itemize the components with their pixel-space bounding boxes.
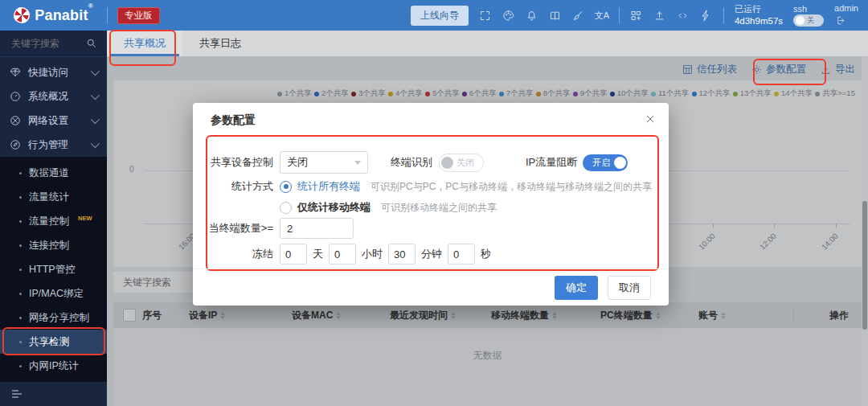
gem-icon xyxy=(10,67,21,78)
select-value: 关闭 xyxy=(287,155,308,170)
radio-label[interactable]: 统计所有终端 xyxy=(297,179,360,194)
brand-name: Panabit® xyxy=(35,7,93,24)
bullet-icon xyxy=(19,341,22,343)
onboarding-wizard-button[interactable]: 上线向导 xyxy=(411,6,469,26)
ok-button[interactable]: 确定 xyxy=(555,276,598,300)
sidebar-item-share-detection[interactable]: 共享检测 xyxy=(0,330,107,354)
freeze-days-input[interactable] xyxy=(280,244,307,265)
threshold-input[interactable] xyxy=(280,218,354,239)
collapse-menu-icon xyxy=(10,388,23,400)
ssh-toggle[interactable]: 关 xyxy=(793,14,824,27)
field-label: 冻结 xyxy=(203,247,273,261)
header-divider xyxy=(107,7,108,23)
radio-hint: 可识别移动终端之间的共享 xyxy=(381,201,497,215)
notification-bell-icon[interactable] xyxy=(526,9,538,22)
header-divider xyxy=(723,7,724,23)
chevron-down-icon xyxy=(354,161,361,165)
field-label: 共享设备控制 xyxy=(203,155,273,170)
diagnostic-bolt-icon[interactable] xyxy=(700,9,713,22)
sidebar-item-label: 连接控制 xyxy=(29,239,69,252)
app-window: Panabit® 专业版 上线向导 文A 已运行 4d3h9m57s ssh xyxy=(0,0,868,406)
code-console-icon[interactable] xyxy=(677,9,690,22)
ip-block-label: IP流量阻断 xyxy=(526,155,577,170)
ssh-block: ssh 关 xyxy=(793,4,824,27)
username: admin xyxy=(834,3,858,14)
sidebar-item-traffic-stats[interactable]: 流量统计 xyxy=(0,185,107,209)
brand-logo[interactable]: Panabit® xyxy=(0,7,107,24)
field-label: 当终端数量>= xyxy=(203,221,273,236)
sidebar-item-label: 内网IP统计 xyxy=(29,359,79,373)
sidebar-item-behavior-management[interactable]: 行为管理 xyxy=(0,133,107,157)
ssh-label: ssh xyxy=(793,4,807,15)
search-icon xyxy=(86,38,97,49)
terminal-identify-label: 终端识别 xyxy=(391,155,432,170)
fullscreen-icon[interactable] xyxy=(479,9,492,22)
apps-grid-icon[interactable] xyxy=(630,9,643,22)
share-device-control-select[interactable]: 关闭 xyxy=(280,151,368,174)
tab-share-overview[interactable]: 共享概况 xyxy=(107,31,182,56)
new-badge: NEW xyxy=(78,215,92,222)
uptime-block: 已运行 4d3h9m57s xyxy=(735,4,783,27)
compass-icon xyxy=(10,139,21,150)
bullet-icon xyxy=(19,196,22,199)
bullet-icon xyxy=(19,269,22,271)
cancel-button[interactable]: 取消 xyxy=(608,276,651,300)
sidebar-item-traffic-control[interactable]: 流量控制NEW xyxy=(0,209,107,233)
sidebar-item-connection-control[interactable]: 连接控制 xyxy=(0,233,107,257)
translate-icon[interactable]: 文A xyxy=(596,9,608,22)
sidebar-item-quick-access[interactable]: 快捷访问 xyxy=(0,60,107,84)
sidebar-item-http-control[interactable]: HTTP管控 xyxy=(0,257,107,281)
sidebar-item-network-settings[interactable]: 网络设置 xyxy=(0,109,107,133)
modal-footer: 确定 取消 xyxy=(193,269,669,306)
freeze-hours-input[interactable] xyxy=(329,244,356,265)
sidebar-item-label: 系统概况 xyxy=(28,90,68,104)
user-block: admin xyxy=(834,3,858,27)
bullet-icon xyxy=(19,365,22,367)
unit-minutes: 分钟 xyxy=(421,247,442,261)
theme-palette-icon[interactable] xyxy=(502,9,515,22)
radio-label[interactable]: 仅统计移动终端 xyxy=(297,200,371,215)
tab-share-log[interactable]: 共享日志 xyxy=(182,31,258,56)
uptime-label: 已运行 xyxy=(735,4,761,15)
clean-broom-icon[interactable] xyxy=(572,9,585,22)
bullet-icon xyxy=(19,244,22,247)
chevron-down-icon xyxy=(91,91,100,100)
row-threshold: 当终端数量>= xyxy=(203,217,354,240)
upgrade-upload-icon[interactable] xyxy=(653,9,666,22)
sidebar-nav: 快捷访问 系统概况 网络设置 行为管理 xyxy=(0,57,107,157)
ssh-toggle-knob xyxy=(796,16,805,25)
radio-all-terminals[interactable] xyxy=(280,181,292,193)
toggle-state: 关闭 xyxy=(457,157,474,169)
freeze-minutes-input[interactable] xyxy=(388,244,416,265)
terminal-identify-toggle[interactable]: 关闭 xyxy=(439,154,484,172)
freeze-seconds-input[interactable] xyxy=(448,244,475,265)
uptime-value: 4d3h9m57s xyxy=(735,15,783,27)
docs-book-icon[interactable] xyxy=(549,9,562,22)
param-config-modal: 参数配置 共享设备控制 关闭 终端识别 关闭 IP流量阻断 开启 统计方式 xyxy=(193,103,669,306)
unit-days: 天 xyxy=(313,247,323,261)
row-freeze: 冻结 天 小时 分钟 秒 xyxy=(203,243,497,265)
ip-block-toggle[interactable]: 开启 xyxy=(583,154,628,171)
sidebar-item-data-channel[interactable]: 数据通道 xyxy=(0,161,107,185)
sidebar-search[interactable] xyxy=(0,31,107,57)
sidebar-item-label: 共享检测 xyxy=(29,335,69,349)
sidebar: 快捷访问 系统概况 网络设置 行为管理 数据通道 流量统计 流量控制NE xyxy=(0,31,107,406)
sidebar-item-label: 快捷访问 xyxy=(28,66,68,80)
sidebar-item-label: 网络设置 xyxy=(28,114,68,128)
sidebar-item-system-overview[interactable]: 系统概况 xyxy=(0,84,107,109)
sidebar-collapse-button[interactable] xyxy=(0,382,107,406)
edition-badge: 专业版 xyxy=(117,7,160,24)
modal-title: 参数配置 xyxy=(211,113,256,128)
registered-mark: ® xyxy=(88,2,93,10)
bullet-icon xyxy=(19,317,22,319)
radio-mobile-only[interactable] xyxy=(280,202,292,214)
sidebar-item-ip-mac-binding[interactable]: IP/MAC绑定 xyxy=(0,281,107,306)
sidebar-item-label: 流量控制 xyxy=(29,215,69,228)
sidebar-item-label: IP/MAC绑定 xyxy=(29,287,84,301)
logout-icon[interactable] xyxy=(834,14,847,27)
close-icon[interactable] xyxy=(645,113,656,125)
sidebar-search-input[interactable] xyxy=(10,37,86,50)
sidebar-item-intranet-ip-stats[interactable]: 内网IP统计 xyxy=(0,354,107,378)
sidebar-item-network-share-control[interactable]: 网络分享控制 xyxy=(0,306,107,330)
ssh-toggle-state: 关 xyxy=(807,16,814,25)
